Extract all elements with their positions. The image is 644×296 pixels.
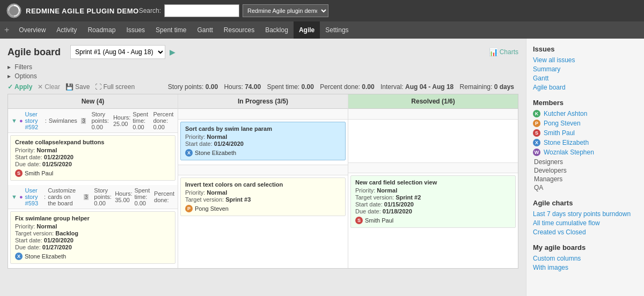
card-priority: Priority: Normal <box>15 223 171 230</box>
toolbar-stats: Story points: 0.00 Hours: 74.00 Spent ti… <box>168 83 518 91</box>
remaining-value: 0 days <box>494 83 514 91</box>
card-priority: Priority: Normal <box>185 134 341 140</box>
user-avatar: X <box>15 253 23 260</box>
story-points-label: Story points: 0.00 <box>168 83 218 91</box>
swimlane-2-ip-spacer <box>178 165 348 175</box>
topbar-left: REDMINE AGILE PLUGIN DEMO <box>6 3 139 18</box>
fullscreen-button[interactable]: ⛶ Full screen <box>95 83 135 91</box>
card-due: Due date: 01/25/2020 <box>15 161 171 167</box>
swimlane-2-resolved-cell: New card field selection view Priority: … <box>348 173 518 232</box>
swimlane-1-header: ▼ ● User story #592: Swimlanes 3 Story p… <box>8 109 178 133</box>
user-name: Pong Steven <box>195 205 229 212</box>
sidebar-my-agile: My agile boards Custom columns With imag… <box>533 243 638 271</box>
nav-backlog[interactable]: Backlog <box>260 21 294 39</box>
card-title: Create collapse/expand buttons <box>15 139 171 145</box>
nav-overview[interactable]: Overview <box>13 21 51 39</box>
card-user: S Smith Paul <box>355 217 511 224</box>
user-avatar: S <box>15 169 23 177</box>
board-header: Agile board Sprint #1 (Aug 04 - Aug 18) … <box>8 45 518 59</box>
card-create-collapse[interactable]: Create collapse/expand buttons Priority:… <box>10 135 175 181</box>
sidebar-link-custom-columns[interactable]: Custom columns <box>533 255 638 262</box>
nav-resources[interactable]: Resources <box>218 21 260 39</box>
card-invert-text[interactable]: Invert text colors on card selection Pri… <box>180 177 346 216</box>
story-points-value: 0.00 <box>206 83 218 91</box>
hours-label: Hours: 74.00 <box>224 83 261 91</box>
topbar: REDMINE AGILE PLUGIN DEMO Search: Redmin… <box>0 0 644 21</box>
nav-plus-icon[interactable]: + <box>4 25 9 35</box>
swimlane-1-resolved-spacer <box>348 109 518 120</box>
sidebar-link-cumulative[interactable]: All time cumulative flow <box>533 219 638 227</box>
apply-button[interactable]: ✓ Apply <box>8 83 32 91</box>
card-fix-swimlane[interactable]: Fix swimlane group helper Priority: Norm… <box>10 211 175 264</box>
sidebar-member-link-2[interactable]: Smith Paul <box>544 129 575 137</box>
sidebar-link-created-closed[interactable]: Created vs Closed <box>533 228 638 236</box>
swimlane-1-spent: Spent time: 0.00 <box>133 111 151 130</box>
sidebar-member-link-1[interactable]: Pong Steven <box>544 120 581 127</box>
nav-agile[interactable]: Agile <box>294 21 320 39</box>
swimlane-bullet-2: ● <box>19 194 23 200</box>
sidebar-link-with-images[interactable]: With images <box>533 264 638 271</box>
card-target: Target version: Sprint #2 <box>355 194 511 201</box>
card-user: S Smith Paul <box>15 169 171 177</box>
sidebar-member-link-0[interactable]: Kutcher Ashton <box>544 110 587 117</box>
sidebar-member-link-4[interactable]: Woznlak Stephen <box>544 149 594 156</box>
spent-time-value: 0.00 <box>302 83 314 91</box>
card-due: Due date: 01/18/2020 <box>355 208 511 214</box>
nav-spent-time[interactable]: Spent time <box>150 21 192 39</box>
sidebar: Issues View all issues Summary Gantt Agi… <box>526 39 644 296</box>
apply-check-icon: ✓ <box>8 83 13 91</box>
card-title: Fix swimlane group helper <box>15 215 171 221</box>
card-target: Target version: Sprint #3 <box>185 196 341 203</box>
apply-label: Apply <box>14 83 32 91</box>
swimlane-2-hours: Hours: 35.00 <box>115 190 132 203</box>
nav-activity[interactable]: Activity <box>51 21 82 39</box>
swimlane-1-ip-spacer <box>178 109 348 120</box>
sidebar-my-agile-title: My agile boards <box>533 243 638 251</box>
sidebar-agile-charts: Agile charts Last 7 days story points bu… <box>533 199 638 236</box>
card-title: Sort cards by swim lane param <box>185 125 341 132</box>
nav-roadmap[interactable]: Roadmap <box>82 21 121 39</box>
sidebar-link-agile-board[interactable]: Agile board <box>533 84 638 91</box>
clear-button[interactable]: ✕ Clear <box>38 83 60 91</box>
search-label: Search: <box>139 7 161 14</box>
save-button[interactable]: 💾 Save <box>65 83 90 91</box>
swimlane-2-link[interactable]: User story #593 <box>25 187 42 206</box>
charts-button[interactable]: 📊 Charts <box>489 48 518 56</box>
sidebar-member-0: K Kutcher Ashton <box>533 110 638 117</box>
search-input[interactable] <box>164 4 239 17</box>
nav-issues[interactable]: Issues <box>121 21 150 39</box>
project-select[interactable]: Redmine Agile plugin demo <box>243 4 328 17</box>
main-container: Agile board Sprint #1 (Aug 04 - Aug 18) … <box>0 39 644 296</box>
remaining-label: Remaining: 0 days <box>460 83 514 91</box>
sprint-select[interactable]: Sprint #1 (Aug 04 - Aug 18) <box>70 45 165 59</box>
card-start: Start date: 01/24/2020 <box>185 140 341 147</box>
filters-toggle[interactable]: ▸ Filters <box>8 63 518 71</box>
swimlane-arrow-1: ▼ <box>11 117 17 124</box>
sidebar-link-gantt[interactable]: Gantt <box>533 75 638 82</box>
swimlane-1-link[interactable]: User story #592 <box>25 111 43 130</box>
sidebar-member-link-3[interactable]: Stone Elizabeth <box>544 139 589 146</box>
refresh-icon[interactable]: ▶ <box>170 48 175 56</box>
save-label: Save <box>75 83 90 91</box>
card-sort-cards[interactable]: Sort cards by swim lane param Priority: … <box>180 122 346 160</box>
clear-label: Clear <box>45 83 60 91</box>
card-new-card-field[interactable]: New card field selection view Priority: … <box>350 175 516 228</box>
nav-settings[interactable]: Settings <box>320 21 354 39</box>
sidebar-link-all-issues[interactable]: View all issues <box>533 56 638 64</box>
col-resolved: Resolved (1/6) New card field selection … <box>348 94 518 268</box>
col-new-header: New (4) <box>8 94 178 109</box>
col-resolved-header: Resolved (1/6) <box>348 94 518 109</box>
board-columns: New (4) ▼ ● User story #592: Swimlanes 3… <box>8 94 518 269</box>
sidebar-link-burndown[interactable]: Last 7 days story points burndown <box>533 210 638 218</box>
user-name: Smith Paul <box>365 217 393 224</box>
nav: + Overview Activity Roadmap Issues Spent… <box>0 21 644 39</box>
options-label: Options <box>14 72 36 80</box>
card-start: Start date: 01/15/2020 <box>355 201 511 208</box>
options-toggle[interactable]: ▸ Options <box>8 72 518 80</box>
nav-gantt[interactable]: Gantt <box>192 21 218 39</box>
card-priority: Priority: Normal <box>15 147 171 153</box>
charts-label: Charts <box>500 48 518 56</box>
sidebar-link-summary[interactable]: Summary <box>533 65 638 73</box>
group-developers: Developers <box>533 167 638 174</box>
card-title: Invert text colors on card selection <box>185 181 341 188</box>
